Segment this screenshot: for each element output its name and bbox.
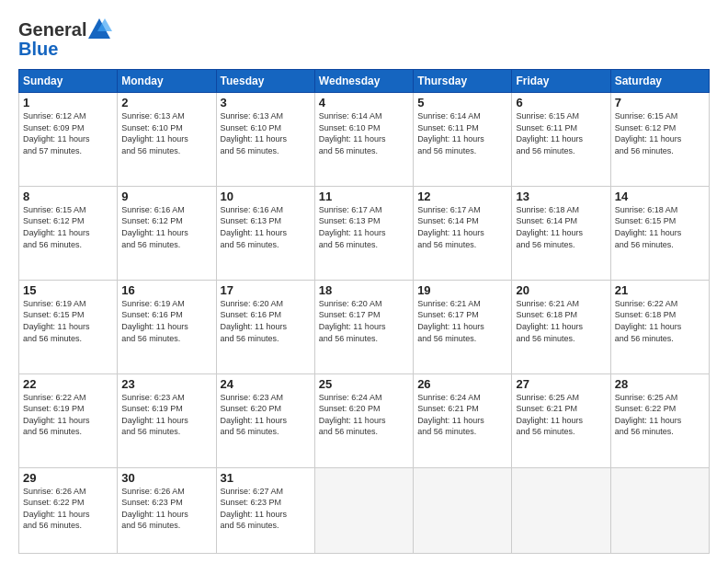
day-number: 6 [516, 96, 606, 109]
day-number: 10 [221, 190, 311, 203]
day-number: 18 [319, 283, 409, 297]
calendar-cell: 21Sunrise: 6:22 AMSunset: 6:18 PMDayligh… [610, 280, 709, 373]
day-number: 24 [221, 377, 311, 391]
day-info: Sunrise: 6:20 AMSunset: 6:16 PMDaylight:… [221, 298, 311, 344]
calendar-cell: 15Sunrise: 6:19 AMSunset: 6:15 PMDayligh… [19, 280, 118, 373]
calendar-cell: 17Sunrise: 6:20 AMSunset: 6:16 PMDayligh… [216, 280, 314, 373]
calendar-cell: 6Sunrise: 6:15 AMSunset: 6:11 PMDaylight… [512, 93, 610, 187]
calendar-cell: 24Sunrise: 6:23 AMSunset: 6:20 PMDayligh… [216, 373, 314, 467]
calendar-cell: 20Sunrise: 6:21 AMSunset: 6:18 PMDayligh… [512, 280, 610, 373]
day-number: 9 [121, 190, 211, 203]
weekday-header-saturday: Saturday [610, 70, 709, 93]
day-number: 2 [121, 96, 211, 109]
calendar-cell [512, 467, 610, 554]
calendar-cell: 16Sunrise: 6:19 AMSunset: 6:16 PMDayligh… [118, 280, 216, 373]
day-info: Sunrise: 6:16 AMSunset: 6:12 PMDaylight:… [121, 204, 211, 250]
day-info: Sunrise: 6:19 AMSunset: 6:15 PMDaylight:… [23, 298, 113, 344]
calendar-cell: 11Sunrise: 6:17 AMSunset: 6:13 PMDayligh… [314, 186, 413, 280]
calendar-cell: 27Sunrise: 6:25 AMSunset: 6:21 PMDayligh… [512, 373, 610, 467]
calendar-cell: 5Sunrise: 6:14 AMSunset: 6:11 PMDaylight… [414, 93, 512, 187]
day-info: Sunrise: 6:20 AMSunset: 6:17 PMDaylight:… [319, 298, 409, 344]
weekday-header-tuesday: Tuesday [216, 70, 314, 93]
calendar-cell: 25Sunrise: 6:24 AMSunset: 6:20 PMDayligh… [314, 373, 413, 467]
day-info: Sunrise: 6:21 AMSunset: 6:18 PMDaylight:… [516, 298, 606, 344]
day-info: Sunrise: 6:23 AMSunset: 6:20 PMDaylight:… [221, 392, 311, 438]
day-number: 7 [615, 96, 705, 109]
calendar-cell [610, 467, 709, 554]
day-info: Sunrise: 6:25 AMSunset: 6:21 PMDaylight:… [516, 392, 606, 438]
calendar-cell: 30Sunrise: 6:26 AMSunset: 6:23 PMDayligh… [118, 467, 216, 554]
day-info: Sunrise: 6:17 AMSunset: 6:14 PMDaylight:… [417, 204, 507, 250]
day-number: 21 [615, 283, 705, 297]
day-info: Sunrise: 6:18 AMSunset: 6:15 PMDaylight:… [615, 204, 705, 250]
day-info: Sunrise: 6:15 AMSunset: 6:11 PMDaylight:… [516, 110, 606, 156]
day-number: 20 [516, 283, 606, 297]
calendar-cell: 2Sunrise: 6:13 AMSunset: 6:10 PMDaylight… [118, 93, 216, 187]
calendar-cell: 14Sunrise: 6:18 AMSunset: 6:15 PMDayligh… [610, 186, 709, 280]
day-info: Sunrise: 6:15 AMSunset: 6:12 PMDaylight:… [23, 204, 113, 250]
day-number: 31 [221, 471, 311, 485]
day-info: Sunrise: 6:22 AMSunset: 6:19 PMDaylight:… [23, 392, 113, 438]
day-number: 30 [121, 471, 211, 485]
calendar-cell: 3Sunrise: 6:13 AMSunset: 6:10 PMDaylight… [216, 93, 314, 187]
day-number: 4 [319, 96, 409, 109]
calendar-cell: 10Sunrise: 6:16 AMSunset: 6:13 PMDayligh… [216, 186, 314, 280]
day-number: 3 [221, 96, 311, 109]
day-number: 22 [23, 377, 113, 391]
day-info: Sunrise: 6:18 AMSunset: 6:14 PMDaylight:… [516, 204, 606, 250]
weekday-header-wednesday: Wednesday [314, 70, 413, 93]
day-number: 26 [417, 377, 507, 391]
day-info: Sunrise: 6:14 AMSunset: 6:11 PMDaylight:… [417, 110, 507, 156]
day-info: Sunrise: 6:16 AMSunset: 6:13 PMDaylight:… [221, 204, 311, 250]
day-number: 11 [319, 190, 409, 203]
weekday-header-friday: Friday [512, 70, 610, 93]
day-number: 17 [221, 283, 311, 297]
calendar-cell: 31Sunrise: 6:27 AMSunset: 6:23 PMDayligh… [216, 467, 314, 554]
day-number: 23 [121, 377, 211, 391]
day-info: Sunrise: 6:27 AMSunset: 6:23 PMDaylight:… [221, 486, 311, 532]
day-number: 16 [121, 283, 211, 297]
calendar-cell [414, 467, 512, 554]
weekday-header-thursday: Thursday [414, 70, 512, 93]
calendar-cell: 4Sunrise: 6:14 AMSunset: 6:10 PMDaylight… [314, 93, 413, 187]
logo-general: General [18, 19, 86, 40]
day-info: Sunrise: 6:13 AMSunset: 6:10 PMDaylight:… [121, 110, 211, 156]
calendar-cell: 19Sunrise: 6:21 AMSunset: 6:17 PMDayligh… [414, 280, 512, 373]
calendar-cell: 23Sunrise: 6:23 AMSunset: 6:19 PMDayligh… [118, 373, 216, 467]
day-info: Sunrise: 6:14 AMSunset: 6:10 PMDaylight:… [319, 110, 409, 156]
day-number: 8 [23, 190, 113, 203]
calendar-cell: 9Sunrise: 6:16 AMSunset: 6:12 PMDaylight… [118, 186, 216, 280]
calendar-cell: 18Sunrise: 6:20 AMSunset: 6:17 PMDayligh… [314, 280, 413, 373]
day-info: Sunrise: 6:12 AMSunset: 6:09 PMDaylight:… [23, 110, 113, 156]
day-info: Sunrise: 6:23 AMSunset: 6:19 PMDaylight:… [121, 392, 211, 438]
day-info: Sunrise: 6:17 AMSunset: 6:13 PMDaylight:… [319, 204, 409, 250]
day-number: 1 [23, 96, 113, 109]
calendar-cell: 13Sunrise: 6:18 AMSunset: 6:14 PMDayligh… [512, 186, 610, 280]
day-number: 29 [23, 471, 113, 485]
logo: General Blue [18, 17, 112, 60]
day-number: 14 [615, 190, 705, 203]
day-number: 13 [516, 190, 606, 203]
header: General Blue [18, 17, 710, 60]
day-number: 28 [615, 377, 705, 391]
calendar-cell: 12Sunrise: 6:17 AMSunset: 6:14 PMDayligh… [414, 186, 512, 280]
calendar-cell: 29Sunrise: 6:26 AMSunset: 6:22 PMDayligh… [19, 467, 118, 554]
day-info: Sunrise: 6:24 AMSunset: 6:21 PMDaylight:… [417, 392, 507, 438]
weekday-header-monday: Monday [118, 70, 216, 93]
day-info: Sunrise: 6:24 AMSunset: 6:20 PMDaylight:… [319, 392, 409, 438]
weekday-header-sunday: Sunday [19, 70, 118, 93]
day-number: 5 [417, 96, 507, 109]
day-info: Sunrise: 6:21 AMSunset: 6:17 PMDaylight:… [417, 298, 507, 344]
day-number: 12 [417, 190, 507, 203]
day-info: Sunrise: 6:22 AMSunset: 6:18 PMDaylight:… [615, 298, 705, 344]
calendar-cell [314, 467, 413, 554]
day-number: 27 [516, 377, 606, 391]
day-number: 15 [23, 283, 113, 297]
calendar-cell: 26Sunrise: 6:24 AMSunset: 6:21 PMDayligh… [414, 373, 512, 467]
calendar: SundayMondayTuesdayWednesdayThursdayFrid… [18, 69, 710, 554]
day-info: Sunrise: 6:15 AMSunset: 6:12 PMDaylight:… [615, 110, 705, 156]
day-info: Sunrise: 6:19 AMSunset: 6:16 PMDaylight:… [121, 298, 211, 344]
calendar-cell: 8Sunrise: 6:15 AMSunset: 6:12 PMDaylight… [19, 186, 118, 280]
day-info: Sunrise: 6:13 AMSunset: 6:10 PMDaylight:… [221, 110, 311, 156]
day-info: Sunrise: 6:25 AMSunset: 6:22 PMDaylight:… [615, 392, 705, 438]
